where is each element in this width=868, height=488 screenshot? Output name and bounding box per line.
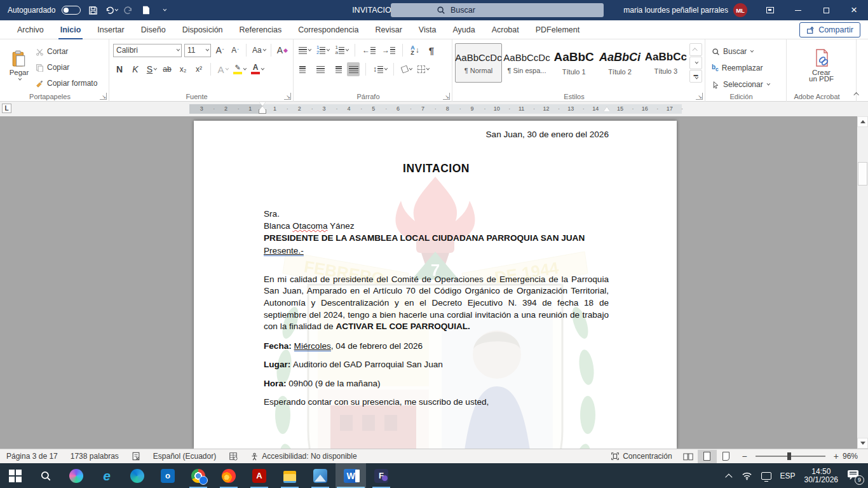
document-info-icon[interactable] (222, 449, 244, 464)
search-icon[interactable] (31, 463, 61, 488)
accessibility-status[interactable]: Accesibilidad: No disponible (244, 449, 363, 464)
read-mode-button[interactable] (679, 450, 698, 463)
scroll-up-button[interactable] (857, 116, 868, 127)
connect-display-icon[interactable] (761, 472, 771, 480)
tab-acrobat[interactable]: Acrobat (484, 20, 527, 39)
copilot-icon[interactable] (61, 463, 92, 488)
superscript-button[interactable]: x² (193, 62, 205, 76)
restore-button[interactable] (812, 0, 840, 20)
zoom-slider-thumb[interactable] (787, 452, 791, 460)
acrobat-icon[interactable]: A (244, 463, 275, 488)
tab-ayuda[interactable]: Ayuda (444, 20, 483, 39)
tab-diseño[interactable]: Diseño (133, 20, 174, 39)
align-right-button[interactable] (330, 62, 343, 76)
format-painter-button[interactable]: Copiar formato (36, 76, 97, 90)
shrink-font-button[interactable]: Aˇ (229, 43, 241, 57)
font-size-combo[interactable]: 11 (184, 44, 211, 57)
minimize-button[interactable] (784, 0, 812, 20)
new-document-icon[interactable] (140, 4, 152, 16)
outlook-icon[interactable]: o (153, 463, 183, 488)
indent-markers[interactable] (259, 102, 266, 116)
justify-button[interactable] (347, 62, 360, 76)
fdm-icon[interactable]: F (366, 463, 397, 488)
paste-button[interactable]: Pegar (3, 42, 36, 89)
style-heading1[interactable]: AaBbC Título 1 (552, 43, 596, 83)
share-button[interactable]: Compartir (799, 22, 860, 37)
wifi-icon[interactable] (742, 471, 752, 480)
tray-expand-icon[interactable] (725, 473, 732, 480)
photos-icon[interactable] (305, 463, 336, 488)
font-dialog-launcher[interactable]: ↘ (284, 93, 291, 100)
vertical-scrollbar[interactable] (857, 116, 868, 449)
tab-insertar[interactable]: Insertar (89, 20, 132, 39)
notification-center-icon[interactable]: 9 (847, 470, 859, 482)
create-pdf-button[interactable]: Crear un PDF (805, 42, 838, 89)
page-indicator[interactable]: Página 3 de 17 (0, 449, 64, 464)
highlight-button[interactable]: ✎ (232, 62, 247, 76)
zoom-out-button[interactable]: − (742, 451, 747, 461)
find-button[interactable]: Buscar (712, 44, 783, 58)
borders-button[interactable] (416, 62, 430, 76)
change-case-button[interactable]: Aa (251, 43, 266, 57)
font-name-combo[interactable]: Calibri (113, 44, 182, 57)
tab-archivo[interactable]: Archivo (9, 20, 52, 39)
clipboard-dialog-launcher[interactable]: ↘ (100, 93, 107, 100)
italic-button[interactable]: K (129, 62, 142, 76)
multilevel-list-button[interactable]: 1a (334, 43, 348, 57)
word-icon[interactable]: W (336, 463, 366, 488)
paragraph-dialog-launcher[interactable]: ↘ (443, 93, 450, 100)
save-icon[interactable] (87, 4, 98, 16)
focus-mode-button[interactable]: Concentración (604, 449, 678, 464)
zoom-in-button[interactable]: + (834, 451, 839, 461)
align-left-button[interactable] (297, 62, 310, 76)
print-layout-button[interactable] (698, 450, 717, 463)
proofing-errors-icon[interactable] (125, 449, 147, 464)
styles-row-down-button[interactable] (689, 57, 702, 69)
paste-chevron-icon[interactable] (18, 77, 22, 81)
close-button[interactable]: × (840, 0, 868, 20)
replace-button[interactable]: bc Reemplazar (712, 61, 783, 75)
undo-chevron-icon[interactable] (114, 8, 118, 11)
line-spacing-button[interactable]: ↕ (372, 62, 388, 76)
language-switcher[interactable]: ESP (780, 471, 796, 480)
edge-icon[interactable] (122, 463, 153, 488)
search-input[interactable] (451, 6, 578, 15)
tab-vista[interactable]: Vista (410, 20, 445, 39)
tab-pdfelement[interactable]: PDFelement (527, 20, 588, 39)
ribbon-display-options-button[interactable] (756, 0, 784, 20)
grow-font-button[interactable]: Aˆ (214, 43, 226, 57)
search-box[interactable] (391, 3, 604, 17)
word-count[interactable]: 1738 palabras (64, 449, 125, 464)
bold-button[interactable]: N (113, 62, 126, 76)
align-center-button[interactable] (314, 62, 327, 76)
styles-gallery-button[interactable]: ▬ (689, 70, 702, 83)
customize-quick-access-icon[interactable] (158, 4, 170, 16)
tab-stop-selector[interactable]: L (2, 104, 11, 113)
collapse-ribbon-button[interactable] (851, 90, 863, 98)
style-heading2[interactable]: AaBbCi Título 2 (597, 43, 642, 83)
internet-explorer-icon[interactable]: e (92, 463, 122, 488)
shading-button[interactable] (400, 62, 412, 76)
avatar[interactable]: ML (733, 3, 747, 17)
decrease-indent-button[interactable]: ← (361, 43, 377, 57)
font-color-button[interactable]: A (250, 62, 264, 76)
sort-button[interactable]: AZ↓ (409, 43, 421, 57)
clock[interactable]: 14:50 30/1/2026 (804, 468, 838, 484)
strikethrough-button[interactable]: ab (161, 62, 173, 76)
tab-revisar[interactable]: Revisar (367, 20, 410, 39)
language-indicator[interactable]: Español (Ecuador) (147, 449, 222, 464)
tab-disposición[interactable]: Disposición (174, 20, 231, 39)
tab-referencias[interactable]: Referencias (231, 20, 290, 39)
document-page[interactable]: 7 FEBRERO DE 1944 (194, 121, 677, 449)
select-button[interactable]: Seleccionar (712, 78, 783, 92)
firefox-icon[interactable] (214, 463, 244, 488)
file-explorer-icon[interactable] (275, 463, 305, 488)
chrome-icon[interactable] (183, 463, 214, 488)
increase-indent-button[interactable]: → (381, 43, 397, 57)
clear-formatting-button[interactable]: A◆ (276, 43, 289, 57)
scrollbar-thumb[interactable] (858, 162, 867, 186)
right-indent-marker[interactable] (604, 107, 610, 111)
bullets-button[interactable] (297, 43, 311, 57)
show-paragraph-marks-button[interactable]: ¶ (425, 43, 438, 57)
zoom-slider[interactable] (756, 456, 825, 457)
